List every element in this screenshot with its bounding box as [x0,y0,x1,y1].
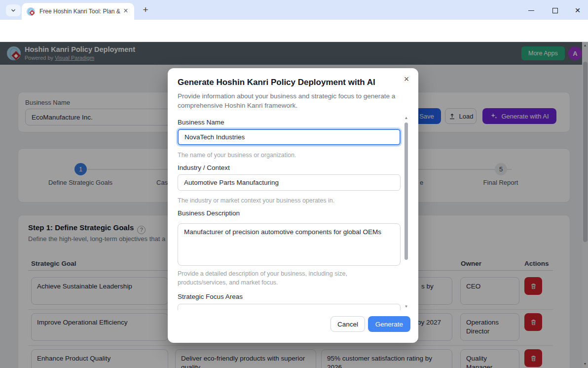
chevron-down-icon [10,7,17,14]
generate-ai-dialog: × Generate Hoshin Kanri Policy Deploymen… [168,68,418,343]
tab-search-button[interactable] [6,4,21,16]
focus-areas-label: Strategic Focus Areas [178,293,243,300]
browser-toolbar: ai-toolbox.visual-paradigm.com/app/hoshi… [0,20,588,42]
modal-business-name-label: Business Name [178,119,224,126]
focus-areas-input[interactable] [178,304,401,310]
dialog-scroll-down-icon[interactable]: ▼ [404,304,409,309]
tab-close-icon[interactable]: × [121,7,130,16]
cancel-button[interactable]: Cancel [331,316,365,332]
tab-title: Free Hoshin Kanri Tool: Plan & E [39,8,121,15]
dialog-scrollbar-thumb[interactable] [404,123,408,260]
business-description-textarea[interactable]: Manufacturer of precision automotive com… [178,223,401,266]
dialog-body: Business Name The name of your business … [168,115,418,310]
generate-button[interactable]: Generate [368,316,410,332]
browser-titlebar: Free Hoshin Kanri Tool: Plan & E × + × [0,0,588,20]
window-close-button[interactable]: × [570,5,585,15]
modal-business-name-input[interactable] [178,129,401,145]
business-description-help: Provide a detailed description of your b… [178,269,390,287]
industry-label: Industry / Context [178,164,230,171]
dialog-scrollbar[interactable]: ▲ ▼ [404,115,409,310]
site-favicon [27,7,35,16]
minimize-icon [528,10,534,11]
window-close-icon: × [575,6,580,15]
browser-tab[interactable]: Free Hoshin Kanri Tool: Plan & E × [22,3,134,20]
window-maximize-button[interactable] [548,5,562,15]
dialog-title: Generate Hoshin Kanri Policy Deployment … [178,78,375,87]
industry-input[interactable] [178,174,401,191]
screen: Free Hoshin Kanri Tool: Plan & E × + × a… [0,0,588,368]
new-tab-button[interactable]: + [140,5,151,16]
window-minimize-button[interactable] [524,5,539,15]
modal-business-name-help: The name of your business or organizatio… [178,151,296,160]
dialog-close-button[interactable]: × [401,73,412,85]
industry-help: The industry or market context your busi… [178,196,334,205]
dialog-subtitle: Provide information about your business … [178,91,405,110]
business-description-label: Business Description [178,209,240,217]
maximize-icon [552,8,558,13]
dialog-scroll-up-icon[interactable]: ▲ [404,116,409,120]
